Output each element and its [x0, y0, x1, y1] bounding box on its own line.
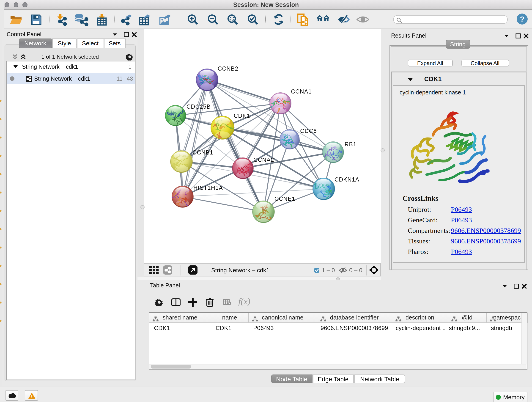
svg-text:CDKN1A: CDKN1A: [335, 176, 360, 183]
svg-text:CCNB1: CCNB1: [192, 149, 213, 156]
svg-text:HIST1H1A: HIST1H1A: [193, 185, 223, 191]
svg-text:CDK1: CDK1: [234, 113, 250, 119]
svg-text:CDC25B: CDC25B: [186, 103, 211, 110]
svg-text:CDC6: CDC6: [300, 128, 317, 134]
svg-text:CCNA2: CCNA2: [253, 157, 274, 163]
svg-text:CCNB2: CCNB2: [218, 65, 239, 72]
svg-text:?: ?: [520, 15, 525, 23]
svg-text:CCNA1: CCNA1: [291, 88, 312, 95]
svg-text:CCNE1: CCNE1: [274, 196, 295, 202]
svg-text:RB1: RB1: [345, 141, 356, 147]
